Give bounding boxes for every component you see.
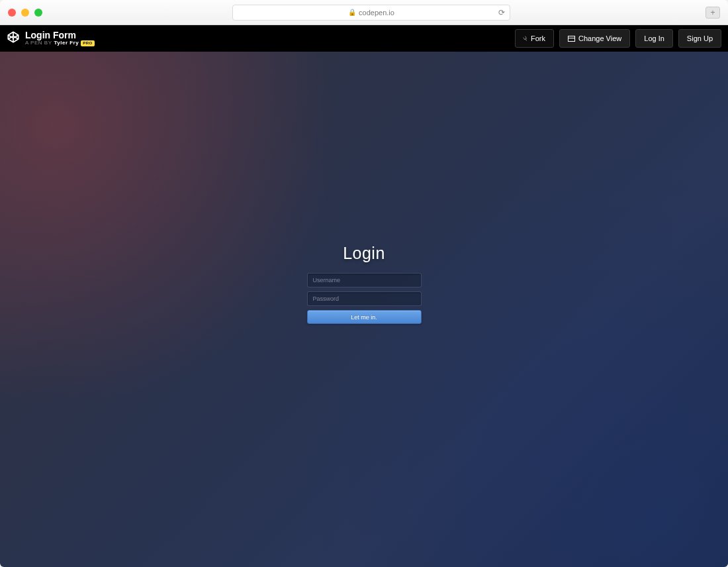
login-heading: Login [343,244,385,263]
codepen-logo-icon [7,30,20,46]
pen-author[interactable]: Tyler Fry [54,40,79,46]
fork-icon: ⑂ [522,34,529,43]
layout-icon [568,36,575,42]
submit-button[interactable]: Let me in. [307,310,422,324]
maximize-window-button[interactable] [34,9,42,17]
close-window-button[interactable] [8,9,16,17]
pen-title: Login Form [25,30,95,40]
log-in-button[interactable]: Log In [635,29,673,48]
window-controls [8,9,42,17]
browser-toolbar: 🔒 codepen.io ⟳ + [0,0,728,25]
address-bar[interactable]: 🔒 codepen.io ⟳ [232,5,510,21]
reload-icon[interactable]: ⟳ [498,8,505,17]
new-tab-button[interactable]: + [705,7,720,19]
lock-icon: 🔒 [348,9,356,16]
minimize-window-button[interactable] [21,9,29,17]
pro-badge: PRO [81,40,95,46]
change-view-button[interactable]: Change View [559,29,630,48]
username-input[interactable] [307,273,422,287]
sign-up-button[interactable]: Sign Up [678,29,721,48]
password-input[interactable] [307,291,422,306]
fork-button[interactable]: ⑂ Fork [515,29,554,48]
address-url: codepen.io [359,9,394,17]
codepen-header: Login Form A PEN BY Tyler Fry PRO ⑂ Fork… [0,25,728,52]
pen-preview: Login Let me in. [0,52,728,567]
pen-byline: A PEN BY Tyler Fry PRO [25,40,95,46]
login-form: Login Let me in. [304,244,424,324]
